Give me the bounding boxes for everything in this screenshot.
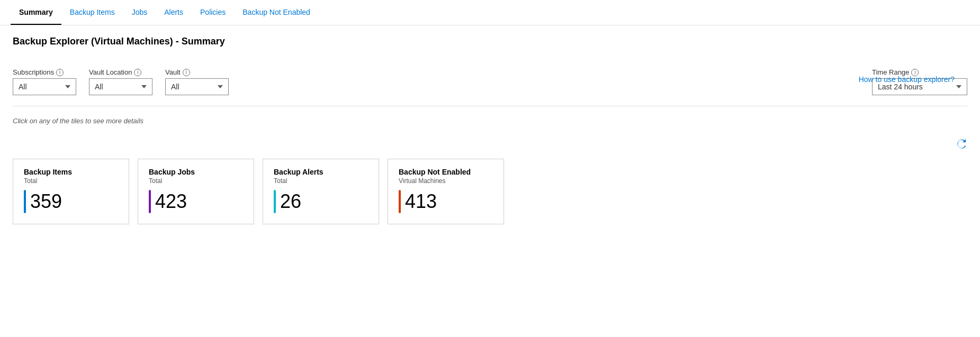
tile-value-row-backup-jobs: 423 xyxy=(149,190,243,213)
vault-location-info-icon[interactable]: i xyxy=(134,69,141,76)
tile-title-backup-not-enabled: Backup Not Enabled xyxy=(399,168,493,176)
tile-subtitle-backup-alerts: Total xyxy=(274,177,368,185)
tile-value-backup-alerts: 26 xyxy=(280,192,301,211)
tile-bar-backup-jobs xyxy=(149,190,151,213)
subscriptions-value: All xyxy=(19,83,61,91)
subscriptions-label: Subscriptions i xyxy=(13,68,76,76)
vault-label: Vault i xyxy=(165,68,229,76)
divider xyxy=(13,106,967,106)
tiles-row: Backup Items Total 359 Backup Jobs Total… xyxy=(13,159,967,224)
page-title: Backup Explorer (Virtual Machines) - Sum… xyxy=(13,36,225,47)
subscriptions-info-icon[interactable]: i xyxy=(56,69,64,76)
tile-bar-backup-items xyxy=(24,190,26,213)
tab-summary[interactable]: Summary xyxy=(11,0,61,25)
tile-bar-backup-not-enabled xyxy=(399,190,401,213)
tile-title-backup-items: Backup Items xyxy=(24,168,118,176)
subscriptions-filter: Subscriptions i All xyxy=(13,68,76,95)
vault-select[interactable]: All xyxy=(165,78,229,95)
tile-backup-not-enabled[interactable]: Backup Not Enabled Virtual Machines 413 xyxy=(388,159,504,224)
tile-value-backup-not-enabled: 413 xyxy=(405,192,437,211)
vault-location-filter: Vault Location i All xyxy=(89,68,152,95)
tiles-area: Backup Items Total 359 Backup Jobs Total… xyxy=(13,138,967,224)
subscriptions-chevron-icon xyxy=(65,85,70,88)
time-range-value: Last 24 hours xyxy=(878,83,952,91)
header-row: Backup Explorer (Virtual Machines) - Sum… xyxy=(13,36,967,58)
vault-filter: Vault i All xyxy=(165,68,229,95)
tile-value-backup-jobs: 423 xyxy=(155,192,187,211)
tile-value-row-backup-not-enabled: 413 xyxy=(399,190,493,213)
tile-title-backup-alerts: Backup Alerts xyxy=(274,168,368,176)
tile-subtitle-backup-not-enabled: Virtual Machines xyxy=(399,177,493,185)
filters-row: Subscriptions i All Vault Location i All… xyxy=(13,68,967,95)
refresh-icon[interactable] xyxy=(956,138,967,151)
tile-backup-jobs[interactable]: Backup Jobs Total 423 xyxy=(138,159,254,224)
main-content: Backup Explorer (Virtual Machines) - Sum… xyxy=(0,25,980,235)
vault-location-label: Vault Location i xyxy=(89,68,152,76)
tab-backup-not-enabled[interactable]: Backup Not Enabled xyxy=(234,0,319,25)
time-range-chevron-icon xyxy=(956,85,961,88)
subscriptions-select[interactable]: All xyxy=(13,78,76,95)
tile-backup-items[interactable]: Backup Items Total 359 xyxy=(13,159,129,224)
hint-text: Click on any of the tiles to see more de… xyxy=(13,117,967,125)
help-link[interactable]: How to use backup explorer? xyxy=(859,75,955,84)
tile-bar-backup-alerts xyxy=(274,190,276,213)
vault-location-value: All xyxy=(95,83,137,91)
tile-title-backup-jobs: Backup Jobs xyxy=(149,168,243,176)
tab-policies[interactable]: Policies xyxy=(192,0,234,25)
tab-alerts[interactable]: Alerts xyxy=(156,0,192,25)
tab-backup-items[interactable]: Backup Items xyxy=(61,0,123,25)
tab-jobs[interactable]: Jobs xyxy=(123,0,156,25)
tile-backup-alerts[interactable]: Backup Alerts Total 26 xyxy=(263,159,379,224)
refresh-area xyxy=(13,138,967,154)
tile-subtitle-backup-jobs: Total xyxy=(149,177,243,185)
vault-chevron-icon xyxy=(218,85,223,88)
tile-value-row-backup-alerts: 26 xyxy=(274,190,368,213)
vault-location-chevron-icon xyxy=(141,85,147,88)
tile-value-row-backup-items: 359 xyxy=(24,190,118,213)
vault-info-icon[interactable]: i xyxy=(183,69,190,76)
tab-bar: SummaryBackup ItemsJobsAlertsPoliciesBac… xyxy=(0,0,980,25)
tile-subtitle-backup-items: Total xyxy=(24,177,118,185)
tile-value-backup-items: 359 xyxy=(30,192,62,211)
vault-location-select[interactable]: All xyxy=(89,78,152,95)
vault-value: All xyxy=(171,83,213,91)
